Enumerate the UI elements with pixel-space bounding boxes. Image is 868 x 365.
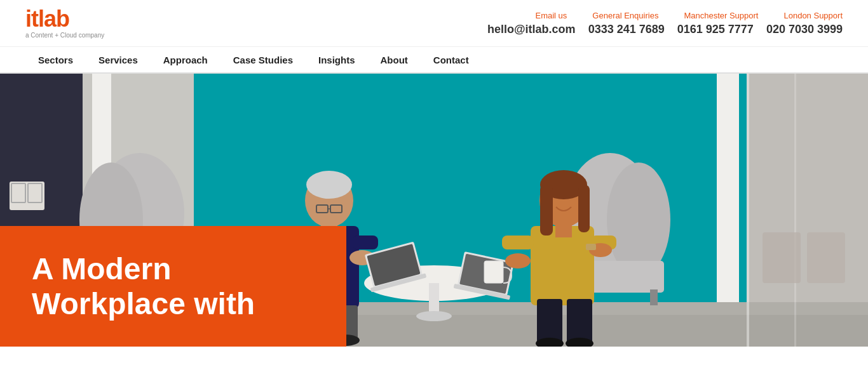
site-header: itlab a Content + Cloud company Email us… [0,0,868,47]
manchester-support-label[interactable]: Manchester Support [684,11,758,20]
svg-rect-64 [794,74,796,347]
nav-insights[interactable]: Insights [306,46,368,73]
svg-rect-48 [531,226,594,305]
svg-rect-53 [540,185,553,236]
svg-point-26 [306,171,352,199]
email-value[interactable]: hello@itlab.com [487,23,576,36]
logo-subtitle: a Content + Cloud company [25,32,104,39]
svg-rect-66 [807,232,845,283]
hero-text-box: A Modern Workplace with [0,226,346,347]
svg-rect-54 [578,185,590,232]
svg-rect-32 [353,236,378,249]
nav-services[interactable]: Services [86,46,151,73]
manchester-number[interactable]: 0161 925 7777 [677,23,754,36]
london-number[interactable]: 020 7030 3999 [766,23,843,36]
general-number[interactable]: 0333 241 7689 [588,23,665,36]
main-nav: Sectors Services Approach Case Studies I… [0,47,868,74]
svg-rect-49 [537,299,562,343]
svg-rect-47 [484,261,503,283]
svg-rect-8 [10,182,44,210]
nav-about[interactable]: About [368,46,421,73]
svg-rect-55 [555,225,572,237]
logo-text[interactable]: itlab [25,8,69,30]
hero-title: A Modern Workplace with [32,251,315,321]
logo-area: itlab a Content + Cloud company [25,8,104,39]
svg-rect-50 [567,299,592,343]
email-label[interactable]: Email us [535,11,567,20]
nav-approach[interactable]: Approach [151,46,220,73]
nav-case-studies[interactable]: Case Studies [220,46,306,73]
svg-point-23 [416,311,452,321]
general-enquiries-label[interactable]: General Enquiries [592,11,658,20]
svg-rect-63 [747,74,749,347]
nav-sectors[interactable]: Sectors [25,46,86,73]
london-support-label[interactable]: London Support [783,11,843,20]
svg-rect-56 [502,236,534,249]
svg-rect-60 [586,244,596,250]
contact-labels: Email us General Enquiries Manchester Su… [535,11,843,20]
svg-point-17 [607,163,670,277]
svg-point-58 [505,253,531,269]
hero-section: A Modern Workplace with [0,74,868,347]
svg-rect-20 [650,289,658,305]
contact-numbers: hello@itlab.com 0333 241 7689 0161 925 7… [487,23,843,36]
svg-rect-65 [763,232,801,283]
contact-area: Email us General Enquiries Manchester Su… [487,11,843,36]
nav-contact[interactable]: Contact [421,46,482,73]
